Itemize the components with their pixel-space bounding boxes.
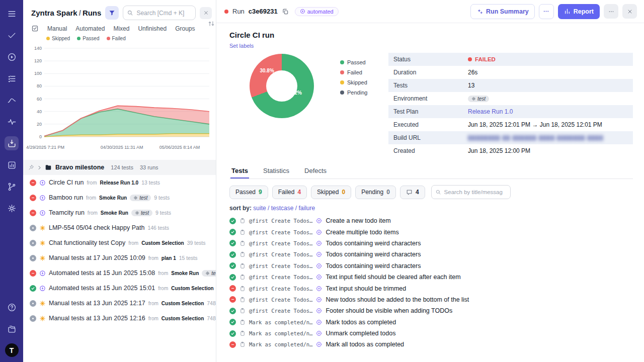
test-row[interactable]: Mark as completed/n… Unmark completed to… [229, 328, 633, 339]
milestone-row[interactable]: Bravo milestone 124 tests 33 runs [23, 160, 216, 175]
test-row[interactable]: @first Create Todos… New todos should be… [229, 294, 633, 305]
tab-groups[interactable]: Groups [175, 25, 195, 32]
sort-by-suite[interactable]: suite [253, 205, 266, 212]
chevron-right-icon[interactable] [37, 165, 42, 170]
test-row[interactable]: @first Create Todos… Todos containing we… [229, 260, 633, 272]
run-list-item[interactable]: Teamcity run from Smoke Run test 9 tests [23, 205, 216, 220]
sort-by-failure[interactable]: failure [298, 205, 315, 212]
run-list-item[interactable]: Circle CI run from Release Run 1.0 13 te… [23, 175, 216, 190]
panel-close-button[interactable] [200, 7, 212, 19]
tab-statistics[interactable]: Statistics [262, 163, 290, 178]
run-label: Run [232, 8, 245, 15]
test-row[interactable]: @first Create Todos… Text input field sh… [229, 272, 633, 283]
manual-icon [39, 300, 46, 307]
legend-label: Skipped [347, 79, 367, 85]
tab-mixed[interactable]: Mixed [113, 25, 129, 32]
run-list-item[interactable]: Bamboo run from Smoke Run test 9 tests [23, 190, 216, 205]
automated-icon [316, 286, 322, 292]
analytics-icon[interactable] [5, 93, 19, 107]
tests-list[interactable]: @first Create Todos… Create a new todo i… [229, 215, 633, 362]
projects-icon[interactable] [5, 322, 19, 336]
runs-list[interactable]: Circle CI run from Release Run 1.0 13 te… [23, 175, 216, 362]
pin-icon[interactable] [28, 164, 34, 170]
test-row[interactable]: Mark as completed/n… Mark all todos as c… [229, 339, 633, 350]
run-list-item[interactable]: Manual tests at 13 Jun 2025 12:16 from C… [23, 311, 216, 326]
pulse-icon[interactable] [5, 115, 19, 129]
run-list-item[interactable]: Automated tests at 15 Jun 2025 15:01 fro… [23, 281, 216, 296]
inbox-icon[interactable] [5, 136, 19, 150]
filter-failed[interactable]: Failed4 [272, 186, 307, 199]
runs-panel-header: Zyntra Spark/Runs [23, 0, 216, 24]
clipboard-icon [239, 274, 246, 280]
test-row[interactable]: @first Create Todos… Create multiple tod… [229, 226, 633, 237]
test-row[interactable]: @first Create Todos… Footer should be vi… [229, 305, 633, 316]
tab-tests[interactable]: Tests [230, 163, 249, 178]
tab-defects[interactable]: Defects [303, 163, 328, 178]
sort-label: sort by: [229, 205, 252, 212]
automated-icon [39, 195, 46, 201]
filter-passed[interactable]: Passed9 [229, 186, 268, 199]
run-status-icon [30, 285, 36, 292]
tab-unfinished[interactable]: Unfinished [138, 25, 167, 32]
more-actions-button[interactable] [539, 4, 554, 19]
test-status-icon [229, 274, 236, 281]
test-row[interactable]: @first Create Todos… Text input should b… [229, 283, 633, 294]
breadcrumb-project[interactable]: Zyntra Spark [31, 9, 77, 17]
filter-pending[interactable]: Pending0 [355, 186, 396, 199]
detail-label: Executed [393, 121, 468, 128]
help-icon[interactable] [5, 300, 19, 314]
test-row[interactable]: Mark as completed/n… Mark todos as compl… [229, 317, 633, 328]
tests-search-input[interactable] [431, 185, 511, 199]
tab-manual[interactable]: Manual [47, 25, 67, 32]
test-status-icon [229, 285, 236, 292]
manual-icon [39, 315, 46, 322]
runs-search-input[interactable] [123, 6, 196, 20]
close-run-button[interactable] [622, 4, 637, 19]
run-id: c3e69231 [249, 8, 278, 15]
automated-icon [39, 270, 46, 277]
breadcrumb: Zyntra Spark/Runs [31, 9, 101, 17]
svg-text:140: 140 [34, 46, 42, 51]
detail-value: 13 [468, 82, 628, 89]
secondary-more-button[interactable] [604, 4, 618, 19]
run-list-item[interactable]: Automated tests at 15 Jun 2025 15:08 fro… [23, 265, 216, 281]
runs-icon[interactable] [5, 50, 19, 64]
run-list-item[interactable]: Manual tests at 13 Jun 2025 12:17 from C… [23, 296, 216, 311]
clipboard-icon [239, 308, 246, 314]
run-list-item[interactable]: Chat functionality test Copy from Custom… [23, 235, 216, 250]
test-row[interactable]: @first Create Todos… Create a new todo i… [229, 215, 633, 226]
run-list-item[interactable]: LMP-554 05/04 check Happy Path 146 tests [23, 220, 216, 235]
tests-search [431, 185, 511, 199]
run-from-label: from [148, 301, 158, 306]
tab-automated[interactable]: Automated [75, 25, 105, 32]
test-row[interactable]: @first Create Todos… Todos containing we… [229, 238, 633, 249]
run-tests-count: 13 tests [141, 179, 160, 186]
checklist-icon[interactable] [5, 71, 19, 85]
sort-by-testcase[interactable]: testcase [271, 205, 294, 212]
branch-icon[interactable] [5, 179, 19, 194]
run-summary-button[interactable]: Run Summary [470, 4, 535, 19]
select-all-icon[interactable] [31, 25, 39, 32]
test-row[interactable]: @first Create Todos… Todos containing we… [229, 249, 633, 260]
filter-button[interactable] [105, 6, 119, 20]
comments-filter[interactable]: 4 [400, 186, 425, 199]
run-source: Custom Selection [162, 301, 204, 306]
report-button[interactable]: Report [558, 4, 600, 19]
tasks-icon[interactable] [5, 28, 19, 42]
detail-row-test-plan: Test PlanRelease Run 1.0 [388, 105, 633, 118]
copy-run-id-button[interactable] [282, 8, 289, 15]
results-donut-wrap: 30.8% 69.2% [229, 53, 334, 157]
set-labels-link[interactable]: Set labels [229, 43, 254, 49]
run-list-item[interactable]: Manual tests at 17 Jun 2025 10:09 from p… [23, 250, 216, 265]
test-plan-link[interactable]: Release Run 1.0 [468, 108, 513, 115]
sort-toggle-icon[interactable] [208, 20, 215, 27]
filter-skipped[interactable]: Skipped0 [311, 186, 351, 199]
settings-icon[interactable] [5, 201, 19, 215]
build-url-redacted[interactable]: ████████ ██ ██████ ████ ███████ ████ [468, 135, 604, 141]
detail-label: Status [393, 56, 468, 63]
test-title: Todos containing weird characters [326, 262, 421, 269]
test-title: Mark todos as completed [326, 319, 396, 326]
menu-icon[interactable] [5, 7, 19, 21]
report-icon[interactable] [5, 158, 19, 172]
app-logo[interactable]: T [5, 343, 19, 357]
